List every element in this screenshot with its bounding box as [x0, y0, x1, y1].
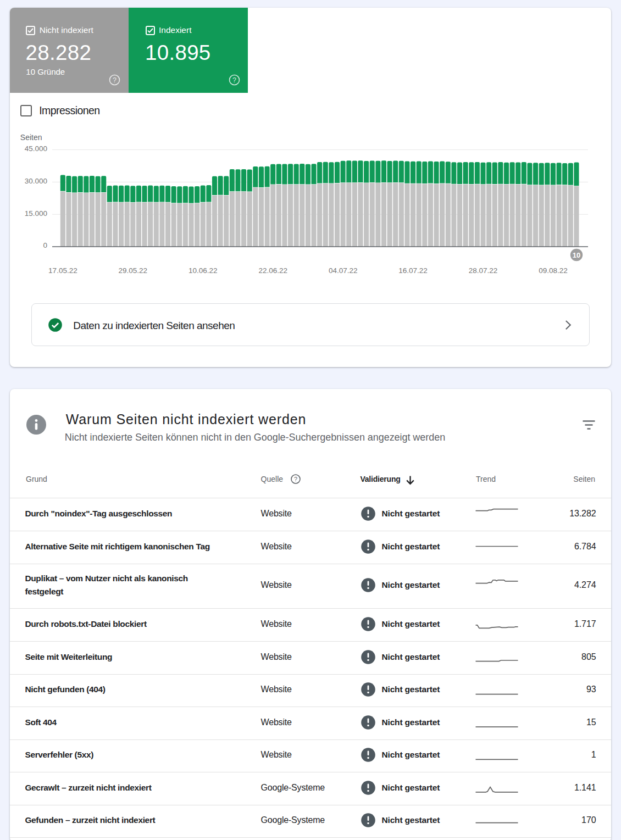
svg-text:10: 10: [573, 251, 580, 259]
svg-text:?: ?: [294, 476, 297, 482]
svg-text:?: ?: [113, 76, 117, 84]
svg-text:?: ?: [232, 76, 236, 84]
